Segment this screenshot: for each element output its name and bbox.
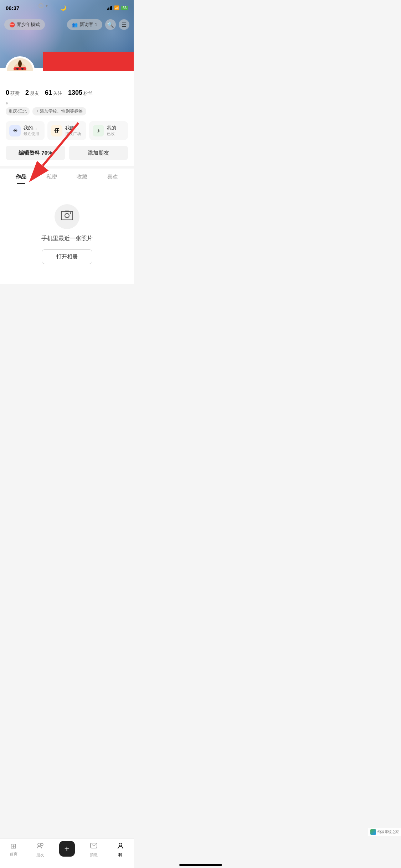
likes-count: 0 bbox=[6, 89, 9, 97]
followers-label: 粉丝 bbox=[83, 90, 93, 97]
svg-rect-12 bbox=[65, 211, 69, 212]
photo-icon bbox=[61, 209, 73, 224]
signal-icon bbox=[107, 6, 112, 10]
mini-zizi-item[interactable]: 仔 我的仔仔 朋友广场 bbox=[47, 121, 86, 140]
mini-program-title: 我的小程序 bbox=[24, 125, 41, 131]
edit-profile-button[interactable]: 编辑资料 70% bbox=[6, 146, 65, 160]
empty-text: 手机里最近一张照片 bbox=[41, 235, 93, 242]
stats-row: 0 获赞 2 朋友 61 关注 1305 粉丝 bbox=[6, 68, 128, 101]
mini-music-title: 我的 bbox=[107, 125, 116, 131]
mini-zizi-text: 我的仔仔 朋友广场 bbox=[65, 125, 83, 136]
status-bar: 06:37 🌙 📶 56 bbox=[0, 0, 134, 16]
visitor-icon: 👥 bbox=[72, 22, 78, 27]
mini-programs-row: ✳ 我的小程序 最近使用 仔 我的仔仔 朋友广场 ♪ 我的 已收 bbox=[6, 121, 128, 140]
mini-music-sub: 已收 bbox=[107, 131, 116, 136]
status-icons: 📶 56 bbox=[107, 5, 128, 10]
avatar-image bbox=[7, 58, 33, 71]
nav-right: 👥 新访客 1 🔍 ☰ bbox=[67, 19, 129, 30]
new-visitor-button[interactable]: 👥 新访客 1 bbox=[67, 19, 102, 30]
svg-point-5 bbox=[21, 68, 24, 70]
tabs-row: 作品 私密 收藏 喜欢 bbox=[0, 169, 134, 184]
following-label: 关注 bbox=[53, 90, 62, 97]
mini-music-text: 我的 已收 bbox=[107, 125, 116, 136]
svg-point-4 bbox=[16, 68, 19, 70]
stat-followers[interactable]: 1305 粉丝 bbox=[68, 89, 93, 97]
nav-bar: ⛔ 青少年模式 👥 新访客 1 🔍 ☰ bbox=[0, 16, 134, 33]
menu-icon: ☰ bbox=[122, 21, 127, 28]
wifi-icon: 📶 bbox=[114, 5, 119, 10]
tab-likes[interactable]: 喜欢 bbox=[97, 169, 128, 184]
mini-program-icon: ✳ bbox=[9, 125, 21, 136]
following-count: 61 bbox=[45, 89, 52, 97]
mini-program-text: 我的小程序 最近使用 bbox=[24, 125, 41, 136]
stat-likes: 0 获赞 bbox=[6, 89, 20, 97]
tab-works[interactable]: 作品 bbox=[6, 169, 36, 184]
status-time: 06:37 bbox=[6, 5, 19, 11]
battery-indicator: 56 bbox=[121, 6, 128, 10]
menu-button[interactable]: ☰ bbox=[119, 19, 129, 30]
new-visitor-label: 新访客 1 bbox=[79, 21, 97, 28]
open-album-button[interactable]: 打开相册 bbox=[42, 249, 92, 264]
svg-rect-3 bbox=[14, 67, 26, 70]
youth-mode-label: 青少年模式 bbox=[17, 21, 40, 28]
tab-favorites[interactable]: 收藏 bbox=[67, 169, 98, 184]
mini-program-sub: 最近使用 bbox=[24, 131, 41, 136]
stat-friends[interactable]: 2 朋友 bbox=[25, 89, 39, 97]
red-banner bbox=[43, 52, 134, 71]
photo-icon-wrapper bbox=[55, 204, 79, 229]
youth-mode-button[interactable]: ⛔ 青少年模式 bbox=[4, 19, 45, 30]
location-tag: 重庆·江北 bbox=[6, 107, 30, 115]
mini-program-item[interactable]: ✳ 我的小程序 最近使用 bbox=[6, 121, 45, 140]
bio-dot bbox=[6, 102, 8, 104]
likes-label: 获赞 bbox=[10, 90, 20, 97]
action-buttons: 编辑资料 70% 添加朋友 bbox=[6, 146, 128, 160]
search-button[interactable]: 🔍 bbox=[105, 19, 116, 30]
svg-point-13 bbox=[70, 212, 71, 214]
status-moon-icon: 🌙 bbox=[60, 5, 66, 11]
mini-music-icon: ♪ bbox=[93, 125, 104, 136]
add-tag-button[interactable]: + 添加学校、性别等标签 bbox=[32, 107, 86, 115]
mini-zizi-title: 我的仔仔 bbox=[65, 125, 83, 131]
mini-music-item[interactable]: ♪ 我的 已收 bbox=[89, 121, 128, 140]
tags-row: 重庆·江北 + 添加学校、性别等标签 bbox=[6, 107, 128, 115]
search-icon: 🔍 bbox=[107, 21, 114, 28]
avatar[interactable] bbox=[6, 57, 34, 71]
profile-section: 0 获赞 2 朋友 61 关注 1305 粉丝 重庆·江北 + 添加学校、性别等… bbox=[0, 68, 134, 166]
followers-count: 1305 bbox=[68, 89, 82, 97]
tabs-section: 作品 私密 收藏 喜欢 手机里最近一张照片 打开相册 bbox=[0, 169, 134, 284]
mini-zizi-sub: 朋友广场 bbox=[65, 131, 83, 136]
tab-private[interactable]: 私密 bbox=[36, 169, 67, 184]
friends-label: 朋友 bbox=[30, 90, 39, 97]
svg-point-11 bbox=[65, 213, 69, 218]
add-friend-button[interactable]: 添加朋友 bbox=[69, 146, 128, 160]
friends-count: 2 bbox=[25, 89, 29, 97]
stat-following[interactable]: 61 关注 bbox=[45, 89, 62, 97]
youth-mode-icon: ⛔ bbox=[9, 22, 15, 27]
mini-zizi-icon: 仔 bbox=[51, 125, 62, 136]
content-area: 手机里最近一张照片 打开相册 bbox=[0, 184, 134, 284]
svg-rect-7 bbox=[19, 61, 21, 65]
